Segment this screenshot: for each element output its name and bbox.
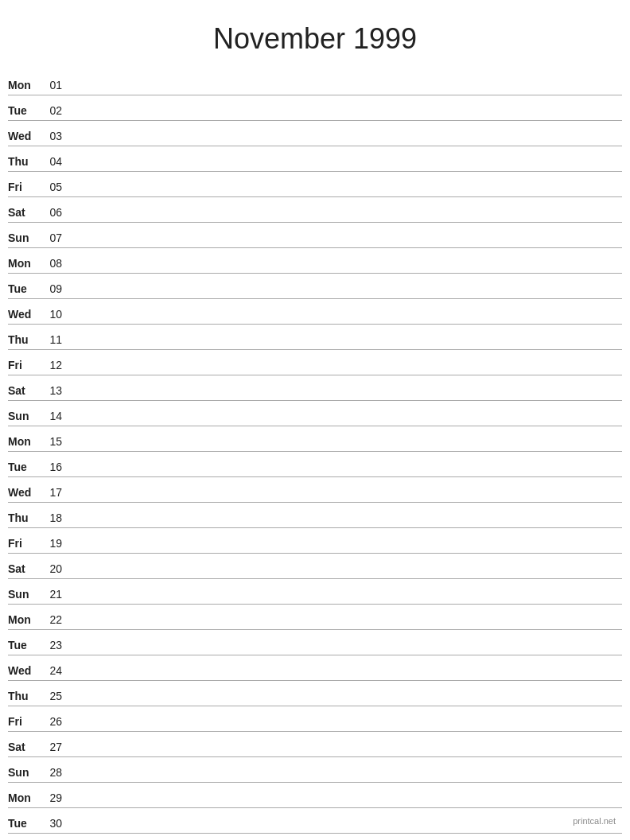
day-number: 28 (43, 766, 68, 779)
day-name: Wed (8, 664, 43, 677)
day-name: Mon (8, 79, 43, 91)
calendar-row: Thu04 (8, 146, 622, 172)
day-number: 12 (43, 359, 68, 371)
calendar-row: Fri19 (8, 528, 622, 554)
day-number: 08 (43, 257, 68, 270)
day-line (68, 218, 622, 219)
day-line (68, 371, 622, 371)
calendar-row: Sat13 (8, 375, 622, 401)
day-number: 22 (43, 613, 68, 626)
calendar-row: Sun07 (8, 223, 622, 248)
day-line (68, 116, 622, 117)
day-name: Sat (8, 741, 43, 753)
day-name: Thu (8, 690, 43, 702)
day-number: 19 (43, 537, 68, 550)
day-number: 24 (43, 664, 68, 677)
day-name: Sun (8, 410, 43, 422)
day-line (68, 345, 622, 346)
day-line (68, 498, 622, 499)
day-number: 10 (43, 308, 68, 321)
day-line (68, 523, 622, 524)
calendar-row: Sat27 (8, 732, 622, 757)
day-name: Sun (8, 231, 43, 244)
day-line (68, 651, 622, 651)
day-number: 01 (43, 79, 68, 91)
day-name: Fri (8, 715, 43, 728)
calendar-row: Wed03 (8, 121, 622, 146)
day-number: 21 (43, 588, 68, 601)
day-number: 14 (43, 410, 68, 422)
calendar-row: Thu25 (8, 681, 622, 706)
day-line (68, 422, 622, 422)
day-number: 27 (43, 741, 68, 753)
day-name: Thu (8, 333, 43, 346)
page-title: November 1999 (0, 0, 630, 70)
calendar-row: Tue23 (8, 630, 622, 655)
day-line (68, 625, 622, 626)
day-line (68, 472, 622, 473)
calendar-row: Fri26 (8, 706, 622, 732)
day-name: Sun (8, 588, 43, 601)
day-number: 02 (43, 104, 68, 117)
calendar-row: Tue09 (8, 274, 622, 299)
day-number: 16 (43, 461, 68, 473)
day-line (68, 574, 622, 575)
calendar-row: Wed17 (8, 477, 622, 503)
calendar-row: Mon01 (8, 70, 622, 95)
day-number: 13 (43, 384, 68, 397)
day-line (68, 778, 622, 779)
day-line (68, 702, 622, 702)
calendar-row: Thu18 (8, 503, 622, 528)
day-name: Wed (8, 130, 43, 142)
day-number: 20 (43, 562, 68, 575)
calendar-row: Tue16 (8, 452, 622, 477)
day-name: Fri (8, 181, 43, 193)
day-number: 17 (43, 486, 68, 499)
day-number: 03 (43, 130, 68, 142)
day-number: 09 (43, 282, 68, 295)
calendar-row: Thu11 (8, 325, 622, 350)
day-name: Sun (8, 766, 43, 779)
calendar-row: Tue02 (8, 95, 622, 121)
day-name: Tue (8, 282, 43, 295)
day-line (68, 192, 622, 193)
day-line (68, 549, 622, 550)
day-name: Wed (8, 308, 43, 321)
day-name: Sat (8, 384, 43, 397)
calendar-row: Sun28 (8, 757, 622, 783)
day-number: 26 (43, 715, 68, 728)
day-name: Sat (8, 206, 43, 219)
day-line (68, 829, 622, 830)
day-name: Mon (8, 257, 43, 270)
day-name: Fri (8, 359, 43, 371)
calendar-row: Mon22 (8, 605, 622, 630)
day-line (68, 243, 622, 244)
calendar-row: Fri05 (8, 172, 622, 197)
day-number: 07 (43, 231, 68, 244)
day-line (68, 294, 622, 295)
day-name: Tue (8, 104, 43, 117)
calendar-row: Sun14 (8, 401, 622, 426)
calendar-row: Mon29 (8, 783, 622, 808)
day-number: 05 (43, 181, 68, 193)
calendar-row: Sun21 (8, 579, 622, 605)
day-number: 06 (43, 206, 68, 219)
day-line (68, 142, 622, 142)
calendar-row: Mon15 (8, 426, 622, 452)
day-name: Thu (8, 511, 43, 524)
day-line (68, 676, 622, 677)
day-name: Thu (8, 155, 43, 168)
calendar-row: Mon08 (8, 248, 622, 274)
day-line (68, 396, 622, 397)
day-number: 15 (43, 435, 68, 448)
calendar-row: Sat20 (8, 554, 622, 579)
calendar-row: Wed10 (8, 299, 622, 325)
day-number: 11 (43, 333, 68, 346)
day-number: 23 (43, 639, 68, 651)
day-name: Tue (8, 461, 43, 473)
calendar-grid: Mon01Tue02Wed03Thu04Fri05Sat06Sun07Mon08… (0, 70, 630, 834)
day-line (68, 269, 622, 270)
day-name: Fri (8, 537, 43, 550)
day-line (68, 91, 622, 91)
day-name: Mon (8, 791, 43, 804)
